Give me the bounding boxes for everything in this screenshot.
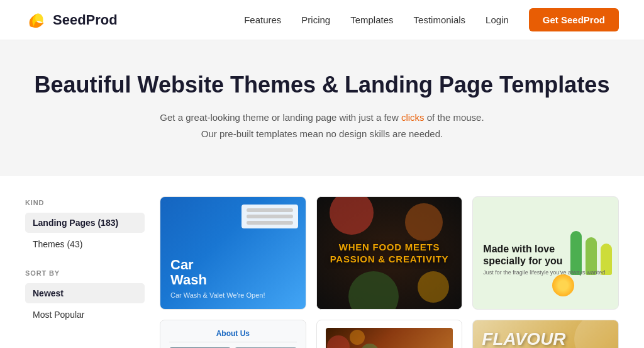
template-card-juice[interactable]: Made with lovespecially for you Just for… xyxy=(472,196,619,310)
nav-templates[interactable]: Templates xyxy=(350,14,393,25)
hero-section: Beautiful Website Themes & Landing Page … xyxy=(0,40,644,176)
sidebar-item-landing-pages[interactable]: Landing Pages (183) xyxy=(25,213,145,233)
hero-desc-line2: Our pre-built templates mean no design s… xyxy=(201,128,443,139)
card-car-wash-title: CarWash xyxy=(170,257,296,288)
template-card-about[interactable]: About Us xyxy=(160,320,306,348)
nav-testimonials[interactable]: Testimonials xyxy=(414,14,466,25)
flavour-circle-1 xyxy=(574,320,619,348)
template-card-car-wash[interactable]: CarWash Car Wash & Valet We're Open! xyxy=(160,196,306,310)
juice-headline: Made with lovespecially for you xyxy=(483,243,562,267)
template-card-flavour[interactable]: FLAVOUR The Best QualityJuice You'll Eve… xyxy=(472,320,619,348)
orange-slice xyxy=(552,274,574,296)
sidebar-item-most-popular[interactable]: Most Popular xyxy=(25,305,145,325)
logo-link[interactable]: SeedProd xyxy=(25,9,118,31)
form-line-2 xyxy=(247,215,293,218)
food-overlay-text: WHEN FOOD MEETS PASSION & CREATIVITY xyxy=(330,241,449,266)
about-title: About Us xyxy=(169,329,297,342)
food-desc-image xyxy=(326,328,453,348)
food-line2: PASSION & CREATIVITY xyxy=(330,254,449,264)
header: SeedProd Features Pricing Templates Test… xyxy=(0,0,644,40)
nav-features[interactable]: Features xyxy=(244,14,281,25)
nav-login[interactable]: Login xyxy=(486,14,509,25)
food-desc-img-overlay xyxy=(326,328,453,348)
bottle-1 xyxy=(570,231,582,275)
sidebar: KIND Landing Pages (183) Themes (43) SOR… xyxy=(25,196,145,348)
food-line1: WHEN FOOD MEETS xyxy=(339,242,440,252)
sidebar-item-themes[interactable]: Themes (43) xyxy=(25,234,145,254)
hero-description: Get a great-looking theme or landing pag… xyxy=(25,109,619,142)
hero-title: Beautiful Website Themes & Landing Page … xyxy=(25,72,619,98)
template-card-food[interactable]: WHEN FOOD MEETS PASSION & CREATIVITY xyxy=(316,196,463,310)
food-circle-4 xyxy=(418,271,449,303)
food-circle-2 xyxy=(405,203,443,241)
food-circle-3 xyxy=(348,271,399,309)
main-nav: Features Pricing Templates Testimonials … xyxy=(244,8,619,31)
main-content: KIND Landing Pages (183) Themes (43) SOR… xyxy=(0,176,644,348)
form-line-3 xyxy=(247,221,293,225)
form-line-1 xyxy=(247,208,293,212)
sidebar-item-newest[interactable]: Newest xyxy=(25,283,145,303)
cta-button[interactable]: Get SeedProd xyxy=(529,8,619,31)
kind-label: KIND xyxy=(25,199,145,206)
hero-highlight: clicks xyxy=(401,112,425,123)
logo-icon xyxy=(25,9,48,31)
template-grid: CarWash Car Wash & Valet We're Open! WHE… xyxy=(160,196,619,348)
sort-label: SORT BY xyxy=(25,269,145,277)
logo-text: SeedProd xyxy=(53,12,118,28)
nav-pricing[interactable]: Pricing xyxy=(301,14,330,25)
food-circle-1 xyxy=(330,197,374,235)
card-car-wash-subtitle: Car Wash & Valet We're Open! xyxy=(170,291,296,299)
template-card-food-desc[interactable] xyxy=(316,320,463,348)
juice-bottles xyxy=(570,231,612,275)
card-form-overlay xyxy=(242,205,298,228)
juice-sub: Just for the fragile lifestyle you've al… xyxy=(483,269,605,276)
